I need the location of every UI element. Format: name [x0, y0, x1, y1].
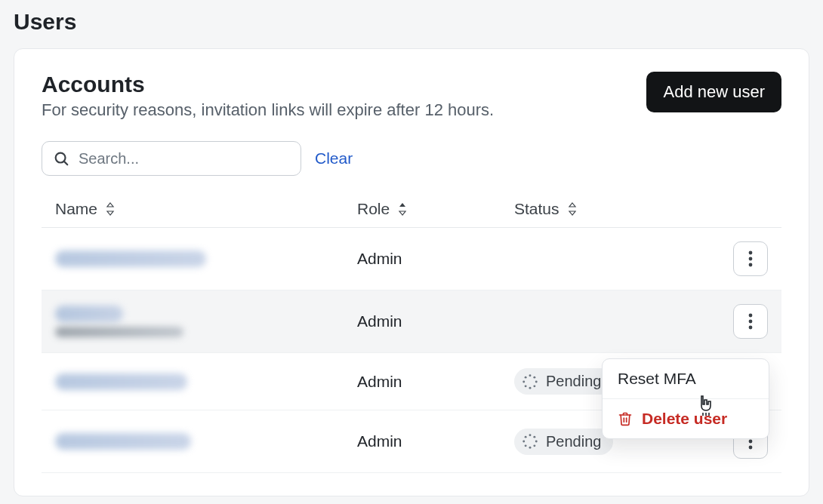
svg-point-22 [522, 441, 525, 443]
page-title: Users [14, 9, 809, 35]
svg-point-16 [529, 434, 532, 436]
svg-point-9 [533, 376, 535, 378]
svg-point-4 [749, 263, 753, 267]
column-header-label: Name [55, 200, 97, 218]
sort-icon [397, 201, 408, 217]
search-input[interactable] [77, 149, 290, 168]
status-badge: Pending [514, 368, 613, 395]
svg-point-23 [525, 436, 527, 438]
status-badge: Pending [514, 429, 613, 455]
spinner-icon [522, 433, 538, 450]
status-label: Pending [546, 433, 601, 450]
svg-point-17 [533, 436, 535, 438]
svg-point-20 [529, 447, 532, 449]
menu-item-label: Delete user [642, 410, 727, 428]
svg-point-26 [749, 446, 753, 450]
column-header-label: Role [357, 200, 390, 218]
user-name-redacted [55, 433, 191, 450]
trash-icon [618, 410, 633, 427]
user-role: Admin [357, 312, 514, 330]
sort-icon [567, 201, 578, 217]
menu-item-label: Reset MFA [618, 370, 696, 388]
svg-line-1 [64, 161, 67, 164]
column-header-name[interactable]: Name [55, 200, 357, 218]
menu-item-delete-user[interactable]: Delete user [603, 398, 769, 438]
svg-point-2 [749, 251, 753, 255]
row-actions-button[interactable] [733, 241, 768, 276]
sort-icon [105, 201, 116, 217]
user-name-redacted [55, 306, 123, 322]
clear-link[interactable]: Clear [315, 149, 353, 167]
user-role: Admin [357, 432, 514, 450]
search-icon [53, 150, 69, 167]
svg-point-25 [749, 440, 753, 444]
svg-point-19 [533, 444, 535, 447]
svg-point-6 [749, 320, 753, 324]
dots-vertical-icon [748, 250, 753, 267]
table-row: Admin [42, 228, 781, 290]
svg-point-7 [749, 326, 753, 330]
section-subtitle: For security reasons, invitation links w… [42, 100, 494, 120]
search-box[interactable] [42, 141, 301, 176]
svg-point-11 [533, 385, 535, 387]
svg-point-10 [535, 380, 538, 383]
svg-point-5 [749, 314, 753, 318]
accounts-card: Accounts For security reasons, invitatio… [14, 48, 809, 496]
row-actions-button[interactable] [733, 304, 768, 339]
column-header-label: Status [514, 200, 559, 218]
svg-point-8 [529, 374, 532, 376]
spinner-icon [522, 373, 538, 390]
svg-point-21 [525, 444, 527, 447]
user-role: Admin [357, 250, 514, 268]
user-name-redacted [55, 250, 206, 267]
column-header-status[interactable]: Status [514, 200, 698, 218]
status-label: Pending [546, 373, 601, 390]
svg-point-3 [749, 257, 753, 261]
user-email-redacted [55, 327, 183, 337]
svg-point-13 [525, 385, 527, 387]
svg-point-14 [522, 380, 525, 383]
section-title: Accounts [42, 72, 494, 97]
svg-point-12 [529, 386, 532, 389]
svg-point-15 [525, 376, 527, 378]
user-name-redacted [55, 373, 187, 390]
dots-vertical-icon [748, 313, 753, 330]
menu-item-reset-mfa[interactable]: Reset MFA [603, 359, 769, 398]
column-header-role[interactable]: Role [357, 200, 514, 218]
row-actions-menu: Reset MFA Delete user [602, 358, 769, 439]
table-row: Admin [42, 290, 781, 353]
svg-point-18 [535, 441, 538, 443]
add-user-button[interactable]: Add new user [646, 72, 781, 112]
user-role: Admin [357, 373, 514, 391]
